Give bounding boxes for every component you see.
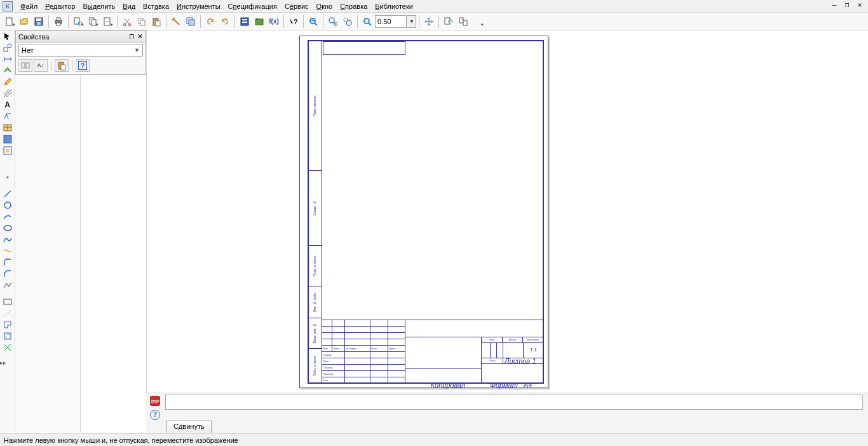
svg-line-28 (315, 23, 317, 25)
svg-rect-59 (6, 334, 10, 338)
point-tool[interactable] (1, 172, 15, 183)
panel-close-icon[interactable]: ✕ (137, 32, 143, 41)
layers-button[interactable] (184, 15, 198, 29)
manager-button[interactable] (238, 15, 252, 29)
sheet-frame: Перв. примен. Справ. № Подп. и дата Инв.… (308, 40, 544, 384)
preview-button[interactable] (71, 15, 85, 29)
arc-tool[interactable] (1, 211, 15, 222)
refresh-button[interactable] (442, 15, 456, 29)
view-tool[interactable] (1, 145, 15, 156)
save-button[interactable] (32, 15, 46, 29)
tb-designation (405, 320, 543, 337)
zoom-fit-button[interactable] (360, 15, 374, 29)
svg-rect-40 (4, 48, 8, 51)
hatch-tool[interactable] (1, 88, 15, 99)
menu-spec[interactable]: Спецификация (224, 1, 281, 11)
window-controls: – ❐ ✕ (829, 1, 865, 10)
zoom-window-button[interactable]: + (306, 15, 320, 29)
restore-button[interactable]: ❐ (841, 1, 853, 10)
help-button[interactable]: ? (149, 409, 161, 421)
circle-tool[interactable] (1, 199, 15, 211)
copy-button[interactable] (135, 15, 149, 29)
binding-margin: Перв. примен. Справ. № Подп. и дата Инв.… (308, 41, 322, 383)
table-tool[interactable] (1, 122, 15, 133)
revision-grid: Изм Лист № докум. Подп. Дата Разраб. Про… (322, 320, 405, 384)
roughness-tool[interactable] (1, 111, 15, 122)
drawing-canvas[interactable]: Перв. примен. Справ. № Подп. и дата Инв.… (146, 30, 868, 393)
svg-rect-3 (37, 22, 41, 25)
expand-toolbar-button[interactable]: ▸▸ (0, 360, 6, 366)
svg-rect-61 (26, 63, 29, 68)
paste-button[interactable] (149, 15, 163, 29)
menu-select[interactable]: Выделить (79, 1, 119, 11)
select-tool[interactable] (1, 30, 15, 42)
zoom-in-button[interactable] (326, 15, 340, 29)
annotation-tool[interactable] (1, 65, 15, 76)
properties-combo[interactable]: Нет ▼ (18, 44, 143, 57)
line-tool[interactable] (1, 188, 15, 199)
redo-button[interactable] (218, 15, 232, 29)
dimension-tool[interactable] (1, 53, 15, 65)
equidistant-tool[interactable] (1, 330, 15, 342)
svg-point-35 (364, 18, 369, 24)
svg-point-34 (344, 18, 348, 22)
menu-libs[interactable]: Библиотеки (371, 1, 417, 11)
chamfer-tool[interactable] (1, 268, 15, 280)
cut-button[interactable] (120, 15, 134, 29)
menu-window[interactable]: Окно (313, 1, 337, 11)
props-auto-button[interactable] (18, 59, 32, 72)
zoom-out-button[interactable] (341, 15, 355, 29)
page-setup-button[interactable] (86, 15, 100, 29)
properties-button[interactable] (169, 15, 183, 29)
svg-rect-38 (459, 18, 463, 23)
fillet-tool[interactable] (1, 257, 15, 268)
pan-button[interactable] (422, 15, 436, 29)
base-tool[interactable] (1, 133, 15, 145)
text-tool[interactable]: A (1, 99, 15, 111)
props-sort-button[interactable]: A↓ (34, 59, 48, 72)
bezier-tool[interactable] (1, 245, 15, 257)
spline-tool[interactable] (1, 234, 15, 245)
zoom-input[interactable]: 0.50 (375, 15, 407, 28)
zoom-dropdown[interactable]: ▾ (407, 15, 416, 28)
variables-button[interactable]: f(x) (267, 15, 281, 29)
rect-tool[interactable] (1, 296, 15, 307)
menu-editor[interactable]: Редактор (41, 1, 79, 11)
undo-button[interactable] (203, 15, 217, 29)
menu-insert[interactable]: Вставка (139, 1, 173, 11)
aux-line-tool[interactable] (1, 307, 15, 319)
edit-tool[interactable] (1, 76, 15, 88)
command-input[interactable] (165, 395, 863, 410)
stop-button[interactable]: STOP (149, 395, 161, 407)
new-button[interactable] (3, 15, 17, 29)
svg-rect-15 (140, 20, 145, 25)
print-button[interactable] (51, 15, 65, 29)
contour-tool[interactable] (1, 319, 15, 330)
doc-export-button[interactable] (100, 15, 114, 29)
svg-rect-49 (4, 135, 11, 143)
chevron-down-icon: ▼ (134, 47, 140, 53)
close-button[interactable]: ✕ (854, 1, 865, 10)
menu-view[interactable]: Вид (119, 1, 139, 11)
open-button[interactable] (17, 15, 31, 29)
geometry-tool[interactable] (1, 42, 15, 53)
rebuild-button[interactable] (456, 15, 470, 29)
title-block: Изм Лист № докум. Подп. Дата Разраб. Про… (322, 320, 543, 383)
library-button[interactable] (252, 15, 266, 29)
svg-rect-10 (92, 20, 96, 25)
menu-tools[interactable]: Инструменты (173, 1, 224, 11)
command-tab[interactable]: Сдвинуть (166, 421, 212, 433)
panel-pin-icon[interactable]: ⊓ (129, 32, 135, 41)
context-help-button[interactable]: ? (287, 15, 301, 29)
gather-tool[interactable] (1, 342, 15, 353)
properties-combo-value: Нет (22, 46, 34, 54)
menu-file[interactable]: Файл (17, 1, 41, 11)
toolbar-more-button[interactable] (471, 15, 485, 29)
menu-help[interactable]: Справка (336, 1, 371, 11)
ellipse-tool[interactable] (1, 222, 15, 234)
props-help-button[interactable]: ? (76, 59, 90, 72)
menu-service[interactable]: Сервис (281, 1, 313, 11)
props-paste-button[interactable] (55, 59, 69, 72)
minimize-button[interactable]: – (829, 1, 840, 10)
polyline-tool[interactable] (1, 280, 15, 291)
